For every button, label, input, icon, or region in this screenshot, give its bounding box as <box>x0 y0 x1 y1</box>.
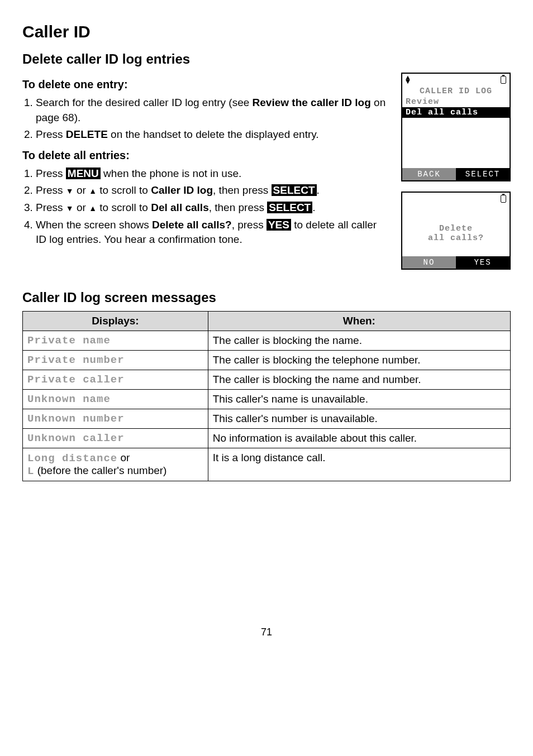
screen-prompt-line2: all calls? <box>404 233 507 243</box>
text: or <box>74 184 89 196</box>
when-value: The caller is blocking the name and numb… <box>208 370 510 390</box>
text: . <box>312 202 315 213</box>
text: . <box>317 184 320 196</box>
text: to scroll to <box>97 202 151 213</box>
page-number: 71 <box>22 626 511 638</box>
text: Press <box>36 202 66 213</box>
step: Search for the desired caller ID log ent… <box>36 95 388 125</box>
ref-link: Review the caller ID log <box>253 97 371 108</box>
display-value: Private number <box>23 351 208 370</box>
screen-menu-item-selected: Del all calls <box>402 107 510 118</box>
text: when the phone is not in use. <box>101 168 241 179</box>
text: on the handset to delete the displayed e… <box>108 128 319 140</box>
prompt-text: Delete all calls? <box>152 219 232 231</box>
display-value: Long distance or L (before the caller's … <box>23 448 208 481</box>
screen-title: CALLER ID LOG <box>402 86 510 97</box>
key-delete: DELETE <box>66 128 108 140</box>
table-header-when: When: <box>208 312 510 331</box>
screen-prompt-line1: Delete <box>404 224 507 233</box>
table-row: Long distance or L (before the caller's … <box>23 448 511 481</box>
section-heading-messages: Caller ID log screen messages <box>22 290 511 305</box>
display-value: Unknown caller <box>23 429 208 448</box>
display-value: Unknown name <box>23 390 208 409</box>
key-select: SELECT <box>267 202 312 213</box>
table-row: Private name The caller is blocking the … <box>23 331 511 351</box>
text: Press <box>36 184 66 196</box>
text: or <box>74 202 89 213</box>
battery-icon <box>501 76 506 84</box>
up-arrow-icon: ▲ <box>89 204 97 212</box>
step: Press ▼ or ▲ to scroll to Caller ID log,… <box>36 183 388 198</box>
display-value: Private name <box>23 331 208 351</box>
caller-id-messages-table: Displays: When: Private name The caller … <box>22 311 511 481</box>
when-value: This caller's number is unavailable. <box>208 409 510 429</box>
display-value: Private caller <box>23 370 208 390</box>
handset-screen-delete-confirm: Delete all calls? NO YES <box>401 192 511 270</box>
when-value: This caller's name is unavailable. <box>208 390 510 409</box>
text: Search for the desired caller ID log ent… <box>36 97 253 108</box>
text: to scroll to <box>97 184 151 196</box>
when-value: No information is available about this c… <box>208 429 510 448</box>
key-menu: MENU <box>66 168 101 179</box>
steps-delete-all: Press MENU when the phone is not in use.… <box>22 166 388 247</box>
scroll-indicator-icon: ▲▼ <box>406 76 410 84</box>
lcd-text: L <box>27 465 34 477</box>
subheading-all-entries: To delete all entries: <box>22 149 388 162</box>
down-arrow-icon: ▼ <box>66 204 74 212</box>
handset-screen-caller-id-log: ▲▼ CALLER ID LOG Review Del all calls BA… <box>401 73 511 181</box>
section-heading-delete: Delete caller ID log entries <box>22 51 511 67</box>
table-row: Unknown caller No information is availab… <box>23 429 511 448</box>
table-header-displays: Displays: <box>23 312 208 331</box>
menu-item: Del all calls <box>151 202 209 213</box>
page-title: Caller ID <box>22 22 511 41</box>
battery-icon <box>501 195 506 203</box>
text: , press <box>232 219 266 231</box>
table-row: Unknown number This caller's number is u… <box>23 409 511 429</box>
text: or <box>117 452 130 463</box>
text: When the screen shows <box>36 219 152 231</box>
subheading-one-entry: To delete one entry: <box>22 78 388 91</box>
when-value: The caller is blocking the telephone num… <box>208 351 510 370</box>
text: , then press <box>213 184 272 196</box>
menu-item: Caller ID log <box>151 184 213 196</box>
text: Press <box>36 168 66 179</box>
steps-delete-one: Search for the desired caller ID log ent… <box>22 95 388 142</box>
key-yes: YES <box>266 219 291 231</box>
down-arrow-icon: ▼ <box>66 187 74 195</box>
softkey-yes: YES <box>456 256 510 269</box>
text: (before the caller's number) <box>34 465 166 476</box>
when-value: It is a long distance call. <box>208 448 510 481</box>
when-value: The caller is blocking the name. <box>208 331 510 351</box>
up-arrow-icon: ▲ <box>89 187 97 195</box>
step: Press ▼ or ▲ to scroll to Del all calls,… <box>36 200 388 216</box>
table-row: Private number The caller is blocking th… <box>23 351 511 370</box>
screen-menu-item: Review <box>402 97 510 107</box>
key-select: SELECT <box>272 184 317 196</box>
step: Press DELETE on the handset to delete th… <box>36 127 388 142</box>
softkey-select: SELECT <box>456 168 510 180</box>
lcd-text: Long distance <box>27 452 117 465</box>
softkey-no: NO <box>402 256 456 269</box>
table-row: Private caller The caller is blocking th… <box>23 370 511 390</box>
step: Press MENU when the phone is not in use. <box>36 166 388 181</box>
text: Press <box>36 128 66 140</box>
table-row: Unknown name This caller's name is unava… <box>23 390 511 409</box>
text: , then press <box>209 202 268 213</box>
softkey-back: BACK <box>402 168 456 180</box>
display-value: Unknown number <box>23 409 208 429</box>
step: When the screen shows Delete all calls?,… <box>36 218 388 247</box>
